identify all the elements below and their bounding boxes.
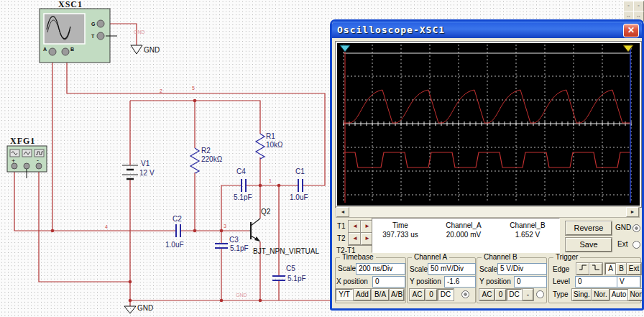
oscilloscope-window[interactable]: Oscilloscope-XSC1 ✕ ◄ ► T1 ◄ ► T2 ◄ ► T2… (330, 19, 644, 311)
scroll-left-button[interactable]: ◄ (336, 207, 349, 217)
xfg-minus-label: - (37, 157, 39, 164)
trigger-type-none-button[interactable]: None (628, 289, 644, 300)
trigger-source-ext-button[interactable]: Ext (627, 263, 641, 275)
r1-value: 10kΩ (266, 141, 283, 149)
reverse-button[interactable]: Reverse (566, 221, 612, 235)
channel-b-indicator (536, 290, 544, 298)
battery-v1[interactable]: V1 12 V (122, 101, 155, 179)
channel-a-ypos-label: Y position (410, 277, 441, 285)
rising-edge-icon (579, 264, 587, 271)
channel-a-scale-field[interactable]: 50 mV/Div (428, 263, 476, 275)
terminal-a-label: A (43, 47, 47, 52)
trigger-type-label: Type (553, 290, 569, 298)
timebase-header: Timebase (340, 253, 376, 261)
add-mode-button[interactable]: Add (354, 289, 371, 300)
t1-left-button[interactable]: ◄ (349, 221, 362, 233)
trigger-type-sing-button[interactable]: Sing. (572, 289, 592, 300)
t1-marker[interactable] (340, 45, 350, 52)
net-label-2: 2 (160, 88, 162, 93)
xfg-common-terminal[interactable] (24, 163, 29, 169)
cap-c2 (176, 224, 180, 237)
channel-b-ac-button[interactable]: AC (479, 289, 494, 300)
toolbar-icon[interactable]: ▫ (633, 1, 644, 12)
c1-value: 1.0uF (290, 193, 308, 201)
c2-ref: C2 (172, 215, 182, 223)
channel-a-dc-button[interactable]: DC (438, 289, 454, 300)
c3-ref: C3 (229, 236, 239, 244)
q2-ref: Q2 (261, 208, 271, 216)
multisim-workspace: { "schematic": { "xsc1": {"title": "XSC1… (0, 0, 644, 317)
falling-edge-icon (592, 264, 600, 271)
trigger-source-b-button[interactable]: B (616, 263, 627, 275)
oscilloscope-symbol[interactable]: G T A B XSC1 (40, 0, 117, 63)
t1-label: T1 (337, 222, 346, 230)
net-label-1: 1 (269, 178, 272, 183)
r2-ref: R2 (201, 147, 211, 155)
save-button[interactable]: Save (566, 238, 612, 252)
r1-ref: R1 (266, 132, 275, 140)
c4-ref: C4 (236, 167, 246, 175)
trigger-source-a-button[interactable]: A (605, 263, 616, 275)
xfg1-title: XFG1 (10, 136, 35, 146)
net-gnd-bottom-label: GND (236, 293, 247, 298)
ext-trigger-label: Ext (617, 240, 627, 248)
cap-c3 (215, 244, 228, 248)
channel-a-zero-button[interactable]: 0 (426, 289, 437, 300)
channel-b-scale-field[interactable]: 5 V/Div (497, 263, 547, 275)
time-column-header: Time (372, 221, 428, 229)
channel-a-ypos-field[interactable]: -1.6 (444, 276, 476, 288)
resistor-r1[interactable]: R1 10kΩ (256, 132, 283, 159)
c3-value: 5.1pF (230, 244, 249, 252)
wires[interactable] (14, 24, 332, 306)
channel-a-ac-button[interactable]: AC (410, 289, 425, 300)
c4-value: 5.1pF (234, 193, 252, 201)
channel-b-minus-button[interactable]: - (523, 289, 533, 300)
square-mode-icon[interactable] (34, 150, 44, 157)
net-label-4: 4 (105, 224, 108, 229)
measurement-readout: Time Channel_A Channel_B 397.733 us 20.0… (372, 218, 560, 253)
r2-value: 220kΩ (201, 155, 223, 163)
channel-a-header: Channel A (412, 253, 449, 261)
trigger-type-nor-button[interactable]: Nor. (592, 289, 610, 300)
ba-mode-button[interactable]: B/A (372, 289, 389, 300)
ext-radio[interactable] (632, 241, 640, 249)
ab-mode-button[interactable]: A/B (390, 289, 404, 300)
t2-marker[interactable] (623, 45, 633, 52)
gnd-trigger-label: GND (615, 224, 631, 231)
function-generator-symbol[interactable]: + - XFG1 (7, 136, 47, 178)
channel-a-scale-label: Scale (410, 265, 428, 273)
close-button[interactable]: ✕ (623, 24, 639, 37)
toolbar-icon[interactable]: ▫ (623, 1, 634, 12)
trigger-level-unit: V (617, 276, 640, 288)
trigger-type-auto-button[interactable]: Auto (610, 289, 628, 300)
resistor-r2[interactable]: R2 220kΩ (190, 147, 223, 173)
terminal-g[interactable] (97, 20, 104, 27)
trigger-level-field[interactable]: 0 (575, 276, 617, 288)
timebase-scale-label: Scale (338, 265, 356, 272)
scroll-right-button[interactable]: ► (626, 207, 639, 217)
window-titlebar[interactable]: Oscilloscope-XSC1 ✕ (332, 22, 642, 38)
gnd-symbol-bottom[interactable]: GND GND (124, 293, 247, 313)
xfg-minus-terminal[interactable] (36, 163, 42, 169)
t2-label: T2 (337, 234, 346, 242)
gnd-symbol-top[interactable]: GND GND (131, 29, 160, 54)
falling-edge-button[interactable] (589, 263, 602, 275)
timebase-xpos-field[interactable]: 0 (372, 276, 405, 288)
yt-mode-button[interactable]: Y/T (336, 289, 353, 300)
channel-b-dc-button[interactable]: DC (507, 289, 522, 300)
rising-edge-button[interactable] (576, 263, 589, 275)
net-gnd-top-label: GND (134, 29, 145, 35)
timebase-scale-field[interactable]: 200 ns/Div (356, 263, 405, 275)
net-label-3: 3 (224, 224, 226, 229)
scope-scrollbar[interactable]: ◄ ► (336, 206, 640, 218)
t2-left-button[interactable]: ◄ (349, 233, 362, 245)
terminal-a[interactable] (49, 48, 56, 55)
cap-c4 (242, 179, 246, 192)
channel-b-ypos-field[interactable]: 0 (514, 276, 547, 288)
gnd-radio[interactable] (632, 224, 640, 232)
channel-b-zero-button[interactable]: 0 (495, 289, 506, 300)
terminal-t[interactable] (97, 32, 104, 40)
terminal-t-label: T (91, 34, 95, 39)
channel-a-column-header: Channel_A (428, 221, 499, 229)
terminal-b[interactable] (62, 48, 69, 55)
